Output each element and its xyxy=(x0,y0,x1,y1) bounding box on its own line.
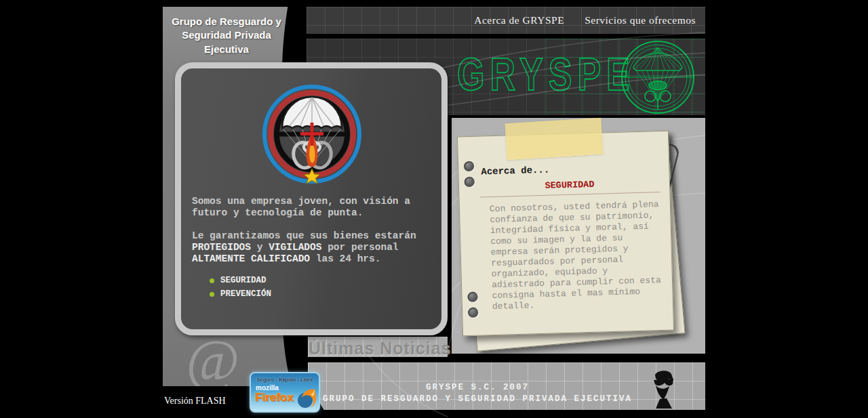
at-sign-watermark: @ xyxy=(186,327,239,386)
punch-hole xyxy=(465,177,475,187)
firefox-logo-icon xyxy=(295,388,318,410)
guarantee-paragraph: Le garantizamos que sus bienes estarán P… xyxy=(192,230,437,265)
bullet-label: SEGURIDAD xyxy=(220,276,267,285)
services-bullet-list: SEGURIDAD PREVENCIÓN xyxy=(210,276,271,303)
nav-item-acerca[interactable]: Acerca de GRYSPE xyxy=(474,14,564,26)
list-item: SEGURIDAD xyxy=(210,276,271,285)
notepad-body-text: Con nosotros, usted tendrá plena confian… xyxy=(490,199,665,312)
notepad-title: Acerca de... xyxy=(481,165,549,177)
page-canvas: Grupo de Resguardo y Seguridad Privada E… xyxy=(163,0,705,418)
firefox-tagline: Seguro - Rápido - Libre xyxy=(253,377,317,383)
stencil-portrait xyxy=(648,369,679,409)
list-item: PREVENCIÓN xyxy=(210,289,271,299)
flash-version-link[interactable]: Versión FLASH xyxy=(164,396,226,406)
wireframe-parachute-icon xyxy=(620,39,696,115)
footer-copyright: GRYSPE S.C. 2007 GRUPO DE RESGUARDO Y SE… xyxy=(308,383,647,406)
firefox-badge[interactable]: Seguro - Rápido - Libre mozilla Firefox xyxy=(250,372,320,413)
intro-paragraph: Somos una empresa joven, con visión a fu… xyxy=(192,196,437,219)
intro-panel: Somos una empresa joven, con visión a fu… xyxy=(175,62,448,335)
notepad: Acerca de... SEGURIDAD Con nosotros, ust… xyxy=(457,131,674,337)
site-title: Grupo de Resguardo y Seguridad Privada E… xyxy=(168,15,285,56)
parachute-emblem-icon xyxy=(261,83,363,185)
footer-line1: GRYSPE S.C. 2007 xyxy=(308,383,647,392)
nav-item-servicios[interactable]: Servicios que ofrecemos xyxy=(585,14,696,26)
bullet-label: PREVENCIÓN xyxy=(220,289,271,299)
footer-line2: GRUPO DE RESGUARDO Y SEGURIDAD PRIVADA E… xyxy=(308,394,647,404)
news-heading: Últimas Noticias xyxy=(309,339,452,358)
gryspe-logo-text: GRYSPE xyxy=(457,51,635,100)
top-navbar: Acerca de GRYSPE Servicios que ofrecemos xyxy=(307,7,705,34)
punch-hole xyxy=(464,161,474,171)
bullet-icon xyxy=(210,292,214,297)
punch-hole xyxy=(467,292,477,302)
punch-hole xyxy=(468,308,478,318)
intro-text-block: Somos una empresa joven, con visión a fu… xyxy=(192,196,437,277)
tape-decor xyxy=(505,118,603,161)
notepad-subtitle: SEGURIDAD xyxy=(479,177,660,197)
bullet-icon xyxy=(210,278,214,283)
